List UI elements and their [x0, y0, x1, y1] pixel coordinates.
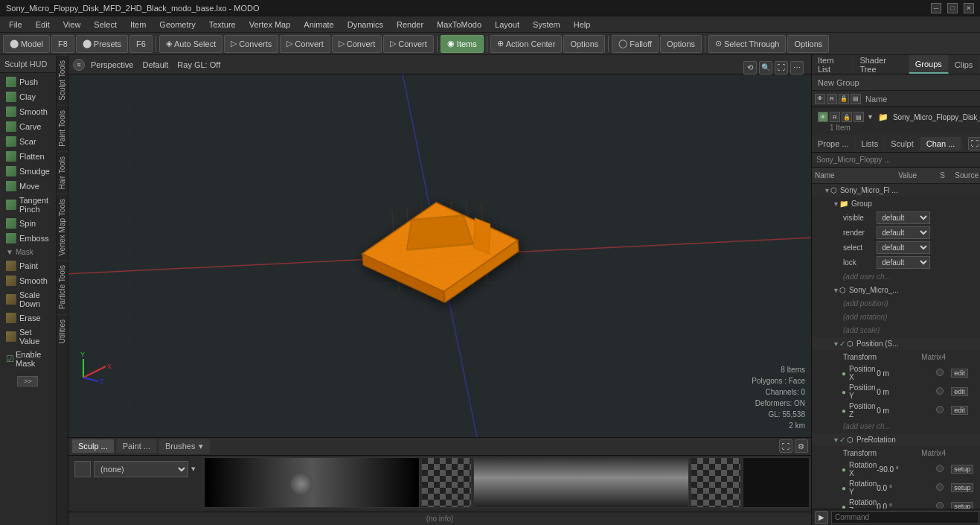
- menu-render[interactable]: Render: [391, 19, 429, 31]
- ch-select-select[interactable]: default: [877, 241, 930, 254]
- ch-rot-z-setup-button[interactable]: setup: [951, 502, 973, 509]
- ch-row-rot-z[interactable]: ● Rotation Z 0.0 ° setup: [812, 497, 980, 509]
- ch-row-add-scale[interactable]: (add scale): [812, 324, 980, 337]
- viewport-3d[interactable]: X Y Z 8 Items Polygons : Face Channels: …: [68, 74, 811, 437]
- ch-render-select[interactable]: default: [877, 226, 930, 239]
- ch-row-add-user[interactable]: (add user ch...: [812, 420, 980, 433]
- vert-tab-utilities[interactable]: Utilities: [57, 314, 68, 348]
- maximize-button[interactable]: □: [947, 3, 958, 13]
- tool-scale-down[interactable]: Scale Down: [1, 288, 54, 311]
- ch-row-prerot-transform[interactable]: Transform Matrix4: [812, 447, 980, 460]
- viewport-fit-icon[interactable]: ⛶: [775, 61, 788, 74]
- viewport-zoom-icon[interactable]: 🔍: [759, 61, 772, 74]
- ch-pos-y-edit-button[interactable]: edit: [951, 387, 968, 396]
- menu-edit[interactable]: Edit: [30, 19, 56, 31]
- item-root[interactable]: 👁 R 🔒 ▤ ▼ 📁 Sony_Micro_Floppy_Disk_...: [815, 110, 980, 124]
- lock-icon[interactable]: 🔒: [839, 94, 849, 104]
- brushes-dropdown-icon[interactable]: ▾: [199, 442, 203, 451]
- presets-button[interactable]: ⬤ Presets: [76, 35, 128, 53]
- menu-help[interactable]: Help: [568, 19, 597, 31]
- tool-flatten[interactable]: Flatten: [1, 149, 54, 164]
- ch-row-pos-z[interactable]: ● Position Z 0 m edit: [812, 401, 980, 420]
- converts-button[interactable]: ▷ Converts: [224, 35, 278, 53]
- menu-system[interactable]: System: [527, 19, 566, 31]
- layer-icon[interactable]: ▤: [851, 94, 861, 104]
- mode-model-button[interactable]: ⬤ Model: [3, 35, 50, 53]
- paint-tab[interactable]: Paint ...: [116, 439, 157, 454]
- render-icon[interactable]: R: [827, 94, 837, 104]
- vert-tab-vertexmap[interactable]: Vertex Map Tools: [57, 194, 68, 261]
- ch-tab-channels[interactable]: Chan ...: [920, 137, 962, 150]
- ch-rot-y-setup-button[interactable]: setup: [951, 483, 973, 492]
- tool-erase[interactable]: Erase: [1, 311, 54, 325]
- vert-tab-particle[interactable]: Particle Tools: [57, 260, 68, 314]
- close-button[interactable]: ✕: [964, 3, 974, 13]
- ch-row-position-s[interactable]: ▼ ✓ ⬡ Position (S...: [812, 337, 980, 351]
- menu-animate[interactable]: Animate: [298, 19, 339, 31]
- ch-pos-x-edit-button[interactable]: edit: [951, 369, 968, 378]
- action-center-button[interactable]: ⊕ Action Center: [490, 35, 563, 53]
- ch-row-pos-y[interactable]: ● Position Y 0 m edit: [812, 383, 980, 401]
- tool-clay[interactable]: Clay: [1, 89, 54, 104]
- tool-smudge[interactable]: Smudge: [1, 164, 54, 179]
- convert3-button[interactable]: ▷ Convert: [332, 35, 382, 53]
- menu-geometry[interactable]: Geometry: [153, 19, 201, 31]
- menu-layout[interactable]: Layout: [489, 19, 525, 31]
- tool-mask-paint[interactable]: Paint: [1, 258, 54, 273]
- ch-rot-x-setup-button[interactable]: setup: [951, 465, 973, 474]
- ch-row-root[interactable]: ▼ ⬡ Sony_Micro_Fl ...: [812, 184, 980, 197]
- tab-item-list[interactable]: Item List: [812, 55, 854, 74]
- tool-scar[interactable]: Scar: [1, 134, 54, 149]
- brush-dropdown-arrow-icon[interactable]: ▾: [191, 464, 196, 474]
- ch-row-lock[interactable]: lock default: [812, 255, 980, 270]
- tab-shader-tree[interactable]: Shader Tree: [854, 55, 909, 74]
- tool-enable-mask[interactable]: ☑ Enable Mask: [1, 348, 54, 370]
- menu-select[interactable]: Select: [88, 19, 123, 31]
- tool-mask-smooth[interactable]: Smooth: [1, 273, 54, 288]
- menu-texture[interactable]: Texture: [203, 19, 242, 31]
- vert-tab-paint[interactable]: Paint Tools: [57, 105, 68, 151]
- menu-view[interactable]: View: [57, 19, 87, 31]
- command-input[interactable]: [831, 511, 979, 524]
- item-render-icon[interactable]: R: [830, 112, 840, 122]
- ch-tab-properties[interactable]: Prope ...: [812, 137, 856, 150]
- tab-clips[interactable]: Clips: [949, 55, 979, 74]
- item-layer-icon[interactable]: ▤: [854, 112, 864, 122]
- ch-row-add-rot[interactable]: (add rotation): [812, 311, 980, 324]
- ch-visible-select[interactable]: default: [877, 211, 930, 224]
- menu-vertexmap[interactable]: Vertex Map: [243, 19, 297, 31]
- ch-row-render[interactable]: render default: [812, 226, 980, 241]
- menu-file[interactable]: File: [3, 19, 28, 31]
- viewport-menu-icon[interactable]: ≡: [73, 59, 85, 71]
- ch-tab-sculpt[interactable]: Sculpt: [885, 137, 920, 150]
- tool-push[interactable]: Push: [1, 74, 54, 89]
- ch-lock-select[interactable]: default: [877, 256, 930, 269]
- minimize-button[interactable]: ─: [931, 3, 941, 13]
- ch-row-prerotation[interactable]: ▼ ✓ ⬡ PreRotation: [812, 433, 980, 447]
- eye-icon[interactable]: 👁: [815, 94, 825, 104]
- tool-smooth[interactable]: Smooth: [1, 104, 54, 119]
- ch-row-select[interactable]: select default: [812, 241, 980, 255]
- ch-row-add-pos[interactable]: (add position): [812, 297, 980, 311]
- bottom-settings-icon[interactable]: ⚙: [795, 439, 808, 453]
- window-controls[interactable]: ─ □ ✕: [931, 3, 974, 13]
- items-button[interactable]: ◉ Items: [441, 35, 484, 53]
- brushes-tab[interactable]: Brushes ▾: [158, 439, 210, 454]
- tool-carve[interactable]: Carve: [1, 119, 54, 134]
- ch-row-transform[interactable]: Transform Matrix4: [812, 351, 980, 364]
- tool-emboss[interactable]: Emboss: [1, 231, 54, 246]
- ch-row-visible[interactable]: visible default: [812, 211, 980, 226]
- ch-row-group[interactable]: ▼ 📁 Group: [812, 197, 980, 211]
- ch-row-rot-x[interactable]: ● Rotation X -90.0 ° setup: [812, 460, 980, 479]
- expand-button[interactable]: >>: [17, 376, 38, 386]
- brush-select[interactable]: (none): [94, 461, 188, 477]
- options3-button[interactable]: Options: [787, 35, 829, 53]
- menu-dynamics[interactable]: Dynamics: [342, 19, 389, 31]
- menu-item[interactable]: Item: [124, 19, 152, 31]
- command-expand-icon[interactable]: ▶: [815, 511, 828, 524]
- menu-maxtomodo[interactable]: MaxToModo: [431, 19, 487, 31]
- ch-row-rot-y[interactable]: ● Rotation Y 0.0 ° setup: [812, 479, 980, 497]
- ch-expand-icon[interactable]: ⛶: [968, 137, 980, 150]
- convert4-button[interactable]: ▷ Convert: [383, 35, 434, 53]
- f6-button[interactable]: F6: [129, 35, 153, 53]
